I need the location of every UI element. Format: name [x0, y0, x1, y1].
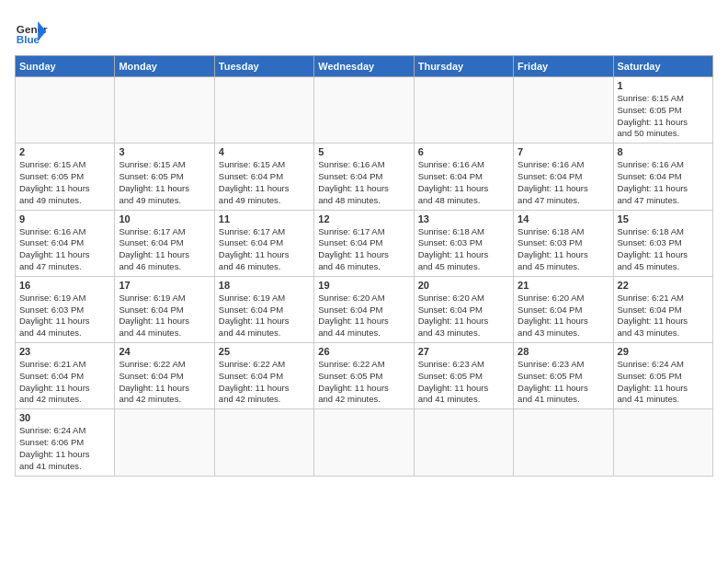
day-number: 7 [518, 146, 609, 157]
cell-info: Sunrise: 6:18 AM Sunset: 6:03 PM Dayligh… [418, 226, 509, 273]
day-number: 11 [219, 213, 310, 224]
day-number: 6 [418, 146, 509, 157]
cell-info: Sunrise: 6:17 AM Sunset: 6:04 PM Dayligh… [318, 226, 409, 273]
cell-info: Sunrise: 6:20 AM Sunset: 6:04 PM Dayligh… [418, 293, 509, 339]
day-number: 25 [219, 346, 310, 357]
col-header-tuesday: Tuesday [214, 56, 313, 77]
calendar-cell: 6Sunrise: 6:16 AM Sunset: 6:04 PM Daylig… [414, 144, 513, 210]
calendar-cell: 4Sunrise: 6:15 AM Sunset: 6:04 PM Daylig… [214, 144, 313, 210]
page-header: General Blue [15, 15, 713, 48]
calendar-cell: 17Sunrise: 6:19 AM Sunset: 6:04 PM Dayli… [115, 276, 214, 342]
calendar-cell [214, 77, 313, 144]
cell-info: Sunrise: 6:19 AM Sunset: 6:04 PM Dayligh… [119, 293, 210, 339]
day-number: 10 [119, 213, 210, 224]
day-number: 21 [518, 280, 609, 291]
day-number: 14 [518, 213, 609, 224]
cell-info: Sunrise: 6:15 AM Sunset: 6:04 PM Dayligh… [219, 159, 310, 206]
cell-info: Sunrise: 6:24 AM Sunset: 6:05 PM Dayligh… [618, 359, 709, 406]
calendar-cell [414, 409, 513, 476]
day-number: 24 [119, 346, 210, 357]
calendar-cell: 14Sunrise: 6:18 AM Sunset: 6:03 PM Dayli… [514, 210, 613, 276]
calendar-cell: 13Sunrise: 6:18 AM Sunset: 6:03 PM Dayli… [414, 210, 513, 276]
calendar-cell: 21Sunrise: 6:20 AM Sunset: 6:04 PM Dayli… [514, 276, 613, 342]
cell-info: Sunrise: 6:15 AM Sunset: 6:05 PM Dayligh… [618, 93, 709, 140]
day-number: 18 [219, 280, 310, 291]
cell-info: Sunrise: 6:18 AM Sunset: 6:03 PM Dayligh… [518, 226, 609, 273]
calendar-cell [314, 77, 414, 144]
day-number: 2 [19, 146, 110, 157]
cell-info: Sunrise: 6:15 AM Sunset: 6:05 PM Dayligh… [19, 159, 110, 206]
calendar-cell [514, 409, 613, 476]
calendar-cell [414, 77, 513, 144]
day-number: 8 [618, 146, 709, 157]
day-number: 12 [318, 213, 409, 224]
calendar-cell: 2Sunrise: 6:15 AM Sunset: 6:05 PM Daylig… [16, 144, 115, 210]
day-number: 13 [418, 213, 509, 224]
logo-icon: General Blue [15, 15, 48, 48]
calendar-cell: 22Sunrise: 6:21 AM Sunset: 6:04 PM Dayli… [613, 276, 712, 342]
calendar-cell: 24Sunrise: 6:22 AM Sunset: 6:04 PM Dayli… [115, 343, 214, 409]
calendar-cell: 20Sunrise: 6:20 AM Sunset: 6:04 PM Dayli… [414, 276, 513, 342]
cell-info: Sunrise: 6:22 AM Sunset: 6:04 PM Dayligh… [119, 359, 210, 406]
cell-info: Sunrise: 6:16 AM Sunset: 6:04 PM Dayligh… [19, 226, 110, 273]
day-number: 27 [418, 346, 509, 357]
cell-info: Sunrise: 6:23 AM Sunset: 6:05 PM Dayligh… [418, 359, 509, 406]
calendar-cell: 12Sunrise: 6:17 AM Sunset: 6:04 PM Dayli… [314, 210, 414, 276]
day-number: 3 [119, 146, 210, 157]
day-number: 26 [318, 346, 409, 357]
cell-info: Sunrise: 6:16 AM Sunset: 6:04 PM Dayligh… [518, 159, 609, 206]
calendar-cell [16, 77, 115, 144]
cell-info: Sunrise: 6:24 AM Sunset: 6:06 PM Dayligh… [19, 425, 110, 472]
cell-info: Sunrise: 6:19 AM Sunset: 6:03 PM Dayligh… [19, 293, 110, 339]
cell-info: Sunrise: 6:19 AM Sunset: 6:04 PM Dayligh… [219, 293, 310, 339]
day-number: 23 [19, 346, 110, 357]
col-header-monday: Monday [115, 56, 214, 77]
calendar-cell [214, 409, 313, 476]
cell-info: Sunrise: 6:18 AM Sunset: 6:03 PM Dayligh… [618, 226, 709, 273]
col-header-thursday: Thursday [414, 56, 513, 77]
calendar-cell [115, 409, 214, 476]
calendar-cell: 11Sunrise: 6:17 AM Sunset: 6:04 PM Dayli… [214, 210, 313, 276]
cell-info: Sunrise: 6:22 AM Sunset: 6:04 PM Dayligh… [219, 359, 310, 406]
col-header-wednesday: Wednesday [314, 56, 414, 77]
cell-info: Sunrise: 6:22 AM Sunset: 6:05 PM Dayligh… [318, 359, 409, 406]
calendar-cell: 23Sunrise: 6:21 AM Sunset: 6:04 PM Dayli… [16, 343, 115, 409]
col-header-friday: Friday [514, 56, 613, 77]
cell-info: Sunrise: 6:16 AM Sunset: 6:04 PM Dayligh… [618, 159, 709, 206]
calendar-cell: 18Sunrise: 6:19 AM Sunset: 6:04 PM Dayli… [214, 276, 313, 342]
day-number: 16 [19, 280, 110, 291]
cell-info: Sunrise: 6:21 AM Sunset: 6:04 PM Dayligh… [618, 293, 709, 339]
calendar-cell [613, 409, 712, 476]
cell-info: Sunrise: 6:17 AM Sunset: 6:04 PM Dayligh… [119, 226, 210, 273]
calendar-cell: 27Sunrise: 6:23 AM Sunset: 6:05 PM Dayli… [414, 343, 513, 409]
calendar-cell: 16Sunrise: 6:19 AM Sunset: 6:03 PM Dayli… [16, 276, 115, 342]
calendar-cell [314, 409, 414, 476]
day-number: 22 [618, 280, 709, 291]
day-number: 5 [318, 146, 409, 157]
cell-info: Sunrise: 6:15 AM Sunset: 6:05 PM Dayligh… [119, 159, 210, 206]
cell-info: Sunrise: 6:16 AM Sunset: 6:04 PM Dayligh… [418, 159, 509, 206]
calendar-cell: 3Sunrise: 6:15 AM Sunset: 6:05 PM Daylig… [115, 144, 214, 210]
calendar-cell [514, 77, 613, 144]
calendar-cell: 10Sunrise: 6:17 AM Sunset: 6:04 PM Dayli… [115, 210, 214, 276]
day-number: 28 [518, 346, 609, 357]
cell-info: Sunrise: 6:20 AM Sunset: 6:04 PM Dayligh… [318, 293, 409, 339]
calendar-cell: 7Sunrise: 6:16 AM Sunset: 6:04 PM Daylig… [514, 144, 613, 210]
day-number: 30 [19, 412, 110, 423]
calendar-table: SundayMondayTuesdayWednesdayThursdayFrid… [15, 55, 713, 477]
day-number: 17 [119, 280, 210, 291]
cell-info: Sunrise: 6:23 AM Sunset: 6:05 PM Dayligh… [518, 359, 609, 406]
cell-info: Sunrise: 6:17 AM Sunset: 6:04 PM Dayligh… [219, 226, 310, 273]
calendar-cell: 15Sunrise: 6:18 AM Sunset: 6:03 PM Dayli… [613, 210, 712, 276]
day-number: 20 [418, 280, 509, 291]
day-number: 19 [318, 280, 409, 291]
calendar-cell [115, 77, 214, 144]
col-header-saturday: Saturday [613, 56, 712, 77]
calendar-cell: 9Sunrise: 6:16 AM Sunset: 6:04 PM Daylig… [16, 210, 115, 276]
calendar-cell: 29Sunrise: 6:24 AM Sunset: 6:05 PM Dayli… [613, 343, 712, 409]
calendar-cell: 1Sunrise: 6:15 AM Sunset: 6:05 PM Daylig… [613, 77, 712, 144]
cell-info: Sunrise: 6:20 AM Sunset: 6:04 PM Dayligh… [518, 293, 609, 339]
calendar-cell: 26Sunrise: 6:22 AM Sunset: 6:05 PM Dayli… [314, 343, 414, 409]
calendar-cell: 28Sunrise: 6:23 AM Sunset: 6:05 PM Dayli… [514, 343, 613, 409]
svg-text:Blue: Blue [17, 33, 40, 45]
